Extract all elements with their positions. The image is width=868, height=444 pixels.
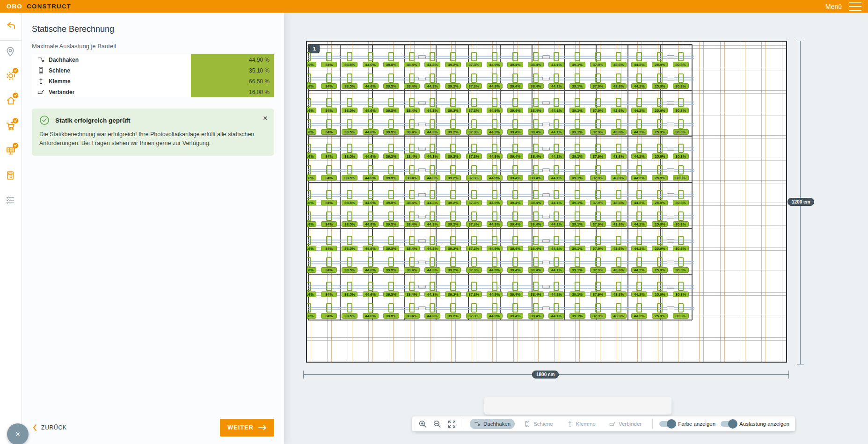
hook-utilization-label: 39.2%	[445, 175, 461, 181]
back-button[interactable]: ZURÜCK	[32, 424, 67, 431]
fit-view-icon[interactable]	[447, 419, 456, 429]
cart-step-icon[interactable]	[5, 120, 16, 131]
hook-utilization-label: 44.1%	[548, 291, 564, 297]
roof-hook	[512, 257, 518, 267]
hook-utilization-label: 44.6%	[363, 200, 379, 205]
roof-hook	[575, 165, 580, 175]
batten-line	[307, 45, 787, 46]
roof-hook	[595, 98, 601, 107]
roof-hook	[450, 303, 456, 313]
calculation-step-icon[interactable]	[5, 170, 16, 182]
menu-label[interactable]: Menü	[825, 3, 842, 10]
show-color-toggle[interactable]: Farbe anzeigen	[659, 421, 715, 427]
summary-step-icon[interactable]	[5, 195, 16, 206]
configuration-step-icon[interactable]	[5, 70, 16, 81]
building-step-icon[interactable]	[5, 95, 16, 106]
hook-utilization-label: 39.1%	[569, 62, 585, 67]
toggle-connectors-button[interactable]: Verbinder	[605, 419, 646, 429]
roof-hook	[326, 282, 332, 291]
zoom-in-icon[interactable]	[418, 419, 427, 429]
roof-hook	[368, 257, 373, 267]
hook-utilization-label: 38.4%	[404, 291, 420, 297]
roof-hook	[636, 211, 642, 221]
hook-utilization-label: 44.1%	[548, 175, 564, 181]
alert-close-icon[interactable]: ×	[263, 114, 268, 122]
roof-hook	[306, 236, 311, 245]
roof-hook	[347, 282, 352, 291]
hook-utilization-label: 39.1%	[569, 153, 585, 159]
roof-hook	[492, 52, 497, 61]
rail-connector	[418, 261, 426, 264]
hook-utilization-label: 39.1%	[569, 200, 585, 205]
hook-utilization-label: 38.4%	[528, 200, 544, 205]
hook-utilization-label: 37.9%	[590, 291, 606, 297]
roof-hook	[450, 52, 456, 61]
hook-utilization-label: 43.6%	[611, 175, 627, 181]
hook-utilization-label: 39.1%	[569, 313, 585, 319]
roof-hook	[388, 144, 394, 153]
hook-utilization-label: 44.1%	[548, 62, 564, 67]
hook-utilization-label: 37.3%	[466, 129, 482, 135]
rail-connector	[542, 168, 550, 172]
roof-hook	[492, 73, 497, 83]
roof-hook	[450, 211, 456, 221]
roof-hook	[306, 73, 311, 83]
roof-hook	[575, 257, 580, 267]
roof-plan[interactable]: 1 27.6%34%38.5%44.6%39.5%38.4%44.3%39.2%…	[306, 41, 787, 363]
hook-utilization-label: 34%	[321, 175, 337, 181]
hook-utilization-label: 39.1%	[569, 108, 585, 113]
hook-utilization-label: 38.4%	[404, 200, 420, 205]
roof-hook	[657, 98, 663, 107]
hook-utilization-label: 39.5%	[383, 175, 399, 181]
hook-utilization-label: 39.4%	[507, 108, 523, 113]
roof-hook	[430, 303, 435, 313]
roof-hook-icon	[37, 56, 44, 63]
hook-utilization-label: 37.9%	[590, 83, 606, 89]
component-utilization: 35,10 %	[191, 65, 274, 76]
toggle-rails-button[interactable]: Schiene	[520, 419, 557, 429]
roof-hook	[533, 98, 539, 107]
location-step-icon[interactable]	[5, 47, 16, 58]
back-arrow-icon[interactable]	[5, 21, 16, 32]
show-utilization-toggle[interactable]: Auslastung anzeigen	[721, 421, 789, 427]
batten-line	[307, 93, 787, 94]
roof-hook	[678, 282, 684, 291]
roof-hook	[347, 165, 352, 175]
hook-utilization-label: 27.6%	[306, 313, 316, 319]
next-button[interactable]: WEITER	[220, 419, 274, 437]
toggle-clamps-button[interactable]: Klemme	[562, 419, 600, 429]
roof-hook	[657, 211, 663, 221]
toggle-roof-hooks-button[interactable]: Dachhaken	[470, 419, 515, 429]
roof-hook	[471, 73, 477, 83]
step-done-badge	[13, 143, 18, 148]
hook-utilization-label: 44.6%	[363, 246, 379, 251]
hook-utilization-label: 38.4%	[528, 62, 544, 67]
roof-hook	[533, 73, 539, 83]
module-row-line	[308, 320, 692, 320]
hook-utilization-label: 44.3%	[424, 200, 440, 205]
roof-hook	[575, 98, 580, 107]
roof-hook	[575, 52, 580, 61]
hook-utilization-label: 25.9%	[652, 83, 668, 89]
zoom-out-icon[interactable]	[432, 419, 442, 429]
roof-hook	[678, 165, 684, 175]
roof-hook	[595, 119, 601, 129]
hook-utilization-label: 39.5%	[383, 313, 399, 319]
module-row-line	[308, 44, 692, 45]
hook-utilization-label: 34%	[321, 62, 337, 67]
hamburger-menu-icon[interactable]	[849, 2, 861, 11]
close-floating-button[interactable]: ×	[7, 423, 29, 444]
hook-utilization-label: 44.1%	[548, 129, 564, 135]
roof-hook	[595, 282, 601, 291]
roof-hook	[533, 282, 539, 291]
roof-hook	[657, 165, 663, 175]
hook-utilization-label: 44.3%	[424, 221, 440, 227]
roof-hook	[512, 236, 518, 245]
roof-hook	[512, 211, 518, 221]
step-done-badge	[13, 68, 18, 73]
batten-line	[307, 225, 787, 226]
pv-modules-step-icon[interactable]	[5, 145, 16, 156]
roof-hook	[512, 144, 518, 153]
empty-info-panel	[484, 397, 671, 415]
hook-utilization-label: 34%	[321, 313, 337, 319]
